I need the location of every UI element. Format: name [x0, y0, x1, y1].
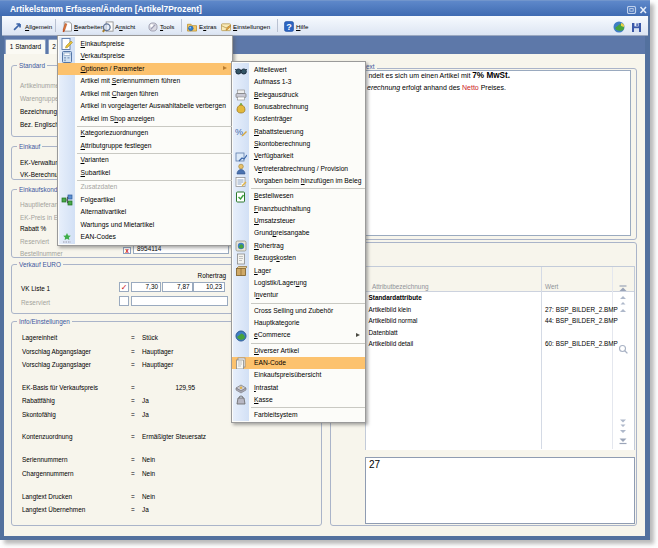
svg-text:?: ?	[286, 22, 292, 32]
svg-text:%: %	[235, 127, 243, 137]
